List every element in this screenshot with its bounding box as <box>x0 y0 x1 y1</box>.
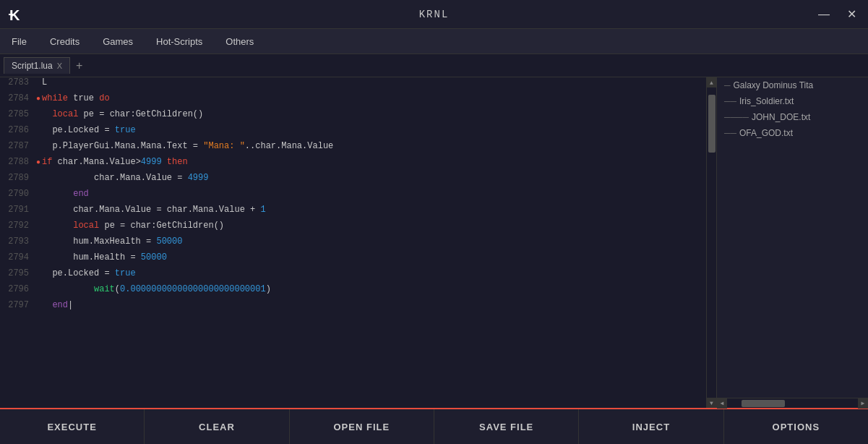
line-number: 2795 <box>4 268 36 278</box>
code-line-2783: 2783 L <box>0 77 706 93</box>
line-content: local pe = char:GetChildren() <box>42 221 224 231</box>
line-content: pe.Locked = true <box>42 125 136 135</box>
hscroll-right-arrow[interactable]: ▶ <box>858 398 868 409</box>
code-display: 2783 L 2784 ● while true do 2785 local p… <box>0 77 706 408</box>
line-number: 2785 <box>4 109 36 119</box>
code-line-2792: 2792 local pe = char:GetChildren() <box>0 221 706 236</box>
titlebar: K KRNL — ✕ <box>0 0 868 29</box>
scroll-track[interactable] <box>707 87 716 398</box>
line-number: 2794 <box>4 252 36 262</box>
line-number: 2793 <box>4 236 36 247</box>
line-content: char.Mana.Value = char.Mana.Value + 1 <box>42 205 266 215</box>
line-number: 2797 <box>4 300 36 310</box>
code-line-2788: 2788 ● if char.Mana.Value>4999 then <box>0 157 706 173</box>
line-number: 2791 <box>4 205 36 215</box>
line-content: p.PlayerGui.Mana.Mana.Text = "Mana: "..c… <box>42 141 333 151</box>
scroll-up-arrow[interactable]: ▲ <box>707 77 717 87</box>
save-file-button[interactable]: SAVE FILE <box>434 409 579 444</box>
menubar: File Credits Games Hot-Scripts Others <box>0 29 868 54</box>
line-content: wait(0.00000000000000000000000001) <box>42 284 271 294</box>
code-line-2796: 2796 wait(0.00000000000000000000000001) <box>0 284 706 300</box>
file-list: ─ Galaxy Dominus Tita ── Iris_Soldier.tx… <box>717 77 868 398</box>
code-line-2791: 2791 char.Mana.Value = char.Mana.Value +… <box>0 205 706 221</box>
main-content: 2783 L 2784 ● while true do 2785 local p… <box>0 77 868 408</box>
file-name: OFA_GOD.txt <box>739 128 793 138</box>
file-item-ofa[interactable]: ── OFA_GOD.txt <box>717 125 868 141</box>
line-content: L <box>42 77 47 87</box>
file-panel: ─ Galaxy Dominus Tita ── Iris_Soldier.tx… <box>716 77 868 408</box>
line-number: 2787 <box>4 141 36 151</box>
file-item-iris[interactable]: ── Iris_Soldier.txt <box>717 93 868 109</box>
line-content: pe.Locked = true <box>42 268 136 278</box>
code-container[interactable]: 2783 L 2784 ● while true do 2785 local p… <box>0 77 706 408</box>
line-content: if char.Mana.Value>4999 then <box>42 157 188 167</box>
file-name: JOHN_DOE.txt <box>752 112 810 122</box>
code-line-2786: 2786 pe.Locked = true <box>0 125 706 141</box>
line-content: while true do <box>42 93 110 103</box>
file-name: Iris_Soldier.txt <box>739 96 794 106</box>
line-number: 2786 <box>4 125 36 135</box>
code-line-2784: 2784 ● while true do <box>0 93 706 109</box>
code-line-2787: 2787 p.PlayerGui.Mana.Mana.Text = "Mana:… <box>0 141 706 157</box>
line-number: 2783 <box>4 77 36 87</box>
line-content: end| <box>42 300 73 310</box>
editor-area: 2783 L 2784 ● while true do 2785 local p… <box>0 77 716 408</box>
editor-scrollbar[interactable]: ▲ ▼ <box>706 77 716 408</box>
line-number: 2790 <box>4 189 36 199</box>
code-line-2794: 2794 hum.Health = 50000 <box>0 252 706 268</box>
menu-file[interactable]: File <box>7 33 31 50</box>
execute-button[interactable]: EXECUTE <box>0 409 145 444</box>
line-number: 2789 <box>4 173 36 183</box>
line-number: 2796 <box>4 284 36 294</box>
tab-close-button[interactable]: X <box>57 61 62 70</box>
line-number: 2784 <box>4 93 36 103</box>
file-item-galaxy[interactable]: ─ Galaxy Dominus Tita <box>717 77 868 93</box>
code-line-2797: 2797 end| <box>0 300 706 316</box>
file-panel-hscroll[interactable]: ◀ ▶ <box>717 398 868 408</box>
tab-label: Script1.lua <box>12 61 53 71</box>
hscroll-left-arrow[interactable]: ◀ <box>717 398 727 409</box>
line-content: hum.MaxHealth = 50000 <box>42 236 182 247</box>
logo: K <box>7 4 27 25</box>
titlebar-controls: — ✕ <box>814 6 861 22</box>
scroll-thumb[interactable] <box>708 95 716 153</box>
clear-button[interactable]: CLEAR <box>145 409 289 444</box>
line-content: end <box>42 189 89 199</box>
code-line-2793: 2793 hum.MaxHealth = 50000 <box>0 236 706 252</box>
code-line-2790: 2790 end <box>0 189 706 205</box>
close-button[interactable]: ✕ <box>843 6 861 22</box>
options-button[interactable]: OPTIONS <box>724 409 868 444</box>
tabbar: Script1.lua X + <box>0 54 868 77</box>
line-content: hum.Health = 50000 <box>42 252 167 262</box>
menu-games[interactable]: Games <box>98 33 137 50</box>
titlebar-left: K <box>7 4 27 25</box>
file-name: Galaxy Dominus Tita <box>734 80 814 90</box>
hscroll-thumb[interactable] <box>742 400 785 407</box>
tab-add-button[interactable]: + <box>70 56 88 75</box>
code-line-2795: 2795 pe.Locked = true <box>0 268 706 284</box>
line-number: 2788 <box>4 157 36 167</box>
line-content: local pe = char:GetChildren() <box>42 109 203 119</box>
line-content: char.Mana.Value = 4999 <box>42 173 208 183</box>
inject-button[interactable]: INJECT <box>579 409 723 444</box>
minimize-button[interactable]: — <box>814 7 834 22</box>
menu-hotscripts[interactable]: Hot-Scripts <box>152 33 207 50</box>
tab-script1[interactable]: Script1.lua X <box>4 57 70 74</box>
scroll-down-arrow[interactable]: ▼ <box>707 398 717 408</box>
toolbar: EXECUTE CLEAR OPEN FILE SAVE FILE INJECT… <box>0 408 868 444</box>
open-file-button[interactable]: OPEN FILE <box>290 409 434 444</box>
file-item-johndoe[interactable]: ──── JOHN_DOE.txt <box>717 109 868 125</box>
menu-others[interactable]: Others <box>221 33 258 50</box>
menu-credits[interactable]: Credits <box>46 33 84 50</box>
titlebar-title: KRNL <box>419 9 450 20</box>
code-line-2789: 2789 char.Mana.Value = 4999 <box>0 173 706 189</box>
line-number: 2792 <box>4 221 36 231</box>
hscroll-track[interactable] <box>727 398 858 408</box>
code-line-2785: 2785 local pe = char:GetChildren() <box>0 109 706 125</box>
